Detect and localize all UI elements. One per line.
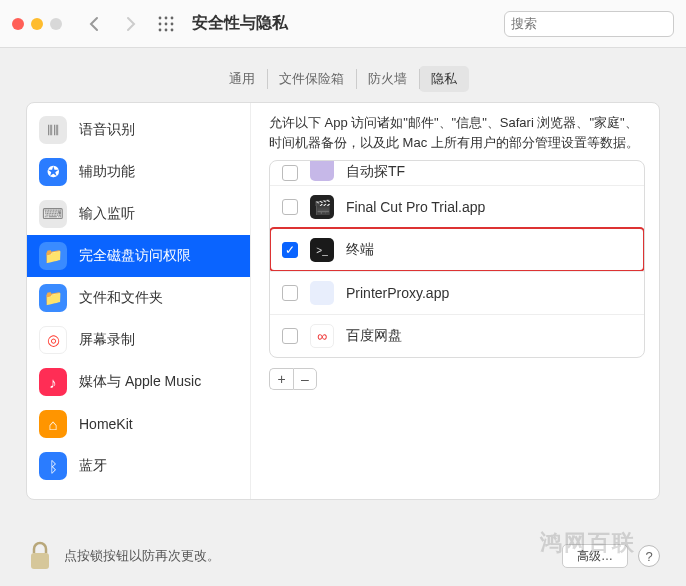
app-list[interactable]: 自动探TF 🎬 Final Cut Pro Trial.app ✓ >_ 终端 … <box>269 160 645 358</box>
app-row[interactable]: 🎬 Final Cut Pro Trial.app <box>270 185 644 228</box>
tab-bar: 通用 文件保险箱 防火墙 隐私 <box>0 66 686 92</box>
sidebar-item-media[interactable]: ♪媒体与 Apple Music <box>27 361 250 403</box>
sidebar-item-speech[interactable]: ⦀⦀语音识别 <box>27 109 250 151</box>
add-remove-controls: + – <box>269 368 645 390</box>
app-label: 终端 <box>346 241 374 259</box>
folder-icon: 📁 <box>39 284 67 312</box>
bluetooth-icon: ᛒ <box>39 452 67 480</box>
app-checkbox[interactable] <box>282 285 298 301</box>
privacy-sidebar[interactable]: ⦀⦀语音识别 ✪辅助功能 ⌨输入监听 📁完全磁盘访问权限 📁文件和文件夹 ◎屏幕… <box>27 103 251 499</box>
sidebar-item-input-monitoring[interactable]: ⌨输入监听 <box>27 193 250 235</box>
tab-privacy[interactable]: 隐私 <box>419 66 469 92</box>
app-checkbox[interactable]: ✓ <box>282 242 298 258</box>
window-controls <box>12 18 62 30</box>
home-icon: ⌂ <box>39 410 67 438</box>
forward-button[interactable] <box>116 12 144 36</box>
printer-icon <box>310 281 334 305</box>
remove-button[interactable]: – <box>293 368 317 390</box>
app-label: 百度网盘 <box>346 327 402 345</box>
app-label: Final Cut Pro Trial.app <box>346 199 485 215</box>
terminal-icon: >_ <box>310 238 334 262</box>
sidebar-item-label: 输入监听 <box>79 205 135 223</box>
soundwave-icon: ⦀⦀ <box>39 116 67 144</box>
sidebar-item-label: 文件和文件夹 <box>79 289 163 307</box>
lock-text: 点按锁按钮以防再次更改。 <box>64 547 220 565</box>
sidebar-item-label: HomeKit <box>79 416 133 432</box>
footer: 点按锁按钮以防再次更改。 高级… ? <box>0 526 686 586</box>
sidebar-item-label: 蓝牙 <box>79 457 107 475</box>
sidebar-item-bluetooth[interactable]: ᛒ蓝牙 <box>27 445 250 487</box>
add-button[interactable]: + <box>269 368 293 390</box>
sidebar-item-homekit[interactable]: ⌂HomeKit <box>27 403 250 445</box>
app-label: PrinterProxy.app <box>346 285 449 301</box>
music-icon: ♪ <box>39 368 67 396</box>
sidebar-item-screen-recording[interactable]: ◎屏幕录制 <box>27 319 250 361</box>
minimize-window[interactable] <box>31 18 43 30</box>
record-icon: ◎ <box>39 326 67 354</box>
tab-firewall[interactable]: 防火墙 <box>356 66 419 92</box>
apps-grid-icon[interactable] <box>152 12 180 36</box>
content-pane: 允许以下 App 访问诸如"邮件"、"信息"、Safari 浏览器、"家庭"、时… <box>251 103 659 499</box>
svg-point-4 <box>165 22 168 25</box>
keyboard-icon: ⌨ <box>39 200 67 228</box>
app-checkbox[interactable] <box>282 328 298 344</box>
svg-point-3 <box>159 22 162 25</box>
folder-icon: 📁 <box>39 242 67 270</box>
window-title: 安全性与隐私 <box>192 13 288 34</box>
app-row-terminal[interactable]: ✓ >_ 终端 <box>270 228 644 271</box>
sidebar-item-label: 完全磁盘访问权限 <box>79 247 191 265</box>
app-checkbox[interactable] <box>282 199 298 215</box>
search-input[interactable] <box>511 16 679 31</box>
app-row[interactable]: 自动探TF <box>270 161 644 185</box>
sidebar-item-label: 语音识别 <box>79 121 135 139</box>
svg-point-2 <box>171 16 174 19</box>
svg-point-6 <box>159 28 162 31</box>
app-row[interactable]: ∞ 百度网盘 <box>270 314 644 357</box>
toolbar: 安全性与隐私 <box>0 0 686 48</box>
lock-icon[interactable] <box>26 539 54 573</box>
svg-point-1 <box>165 16 168 19</box>
tab-general[interactable]: 通用 <box>217 66 267 92</box>
svg-point-5 <box>171 22 174 25</box>
close-window[interactable] <box>12 18 24 30</box>
sidebar-item-full-disk-access[interactable]: 📁完全磁盘访问权限 <box>27 235 250 277</box>
app-row[interactable]: PrinterProxy.app <box>270 271 644 314</box>
sidebar-item-label: 屏幕录制 <box>79 331 135 349</box>
svg-rect-11 <box>31 553 49 569</box>
svg-point-8 <box>171 28 174 31</box>
sidebar-item-label: 辅助功能 <box>79 163 135 181</box>
finalcut-icon: 🎬 <box>310 195 334 219</box>
sidebar-item-accessibility[interactable]: ✪辅助功能 <box>27 151 250 193</box>
sidebar-item-files-folders[interactable]: 📁文件和文件夹 <box>27 277 250 319</box>
search-field[interactable] <box>504 11 674 37</box>
sidebar-item-label: 媒体与 Apple Music <box>79 373 201 391</box>
baidu-icon: ∞ <box>310 324 334 348</box>
back-button[interactable] <box>80 12 108 36</box>
app-label: 自动探TF <box>346 163 405 181</box>
svg-point-0 <box>159 16 162 19</box>
advanced-button[interactable]: 高级… <box>562 544 628 568</box>
app-icon <box>310 160 334 181</box>
main-panel: ⦀⦀语音识别 ✪辅助功能 ⌨输入监听 📁完全磁盘访问权限 📁文件和文件夹 ◎屏幕… <box>26 102 660 500</box>
maximize-window[interactable] <box>50 18 62 30</box>
help-button[interactable]: ? <box>638 545 660 567</box>
tab-filevault[interactable]: 文件保险箱 <box>267 66 356 92</box>
app-checkbox[interactable] <box>282 165 298 181</box>
accessibility-icon: ✪ <box>39 158 67 186</box>
svg-point-7 <box>165 28 168 31</box>
description-text: 允许以下 App 访问诸如"邮件"、"信息"、Safari 浏览器、"家庭"、时… <box>269 113 645 152</box>
